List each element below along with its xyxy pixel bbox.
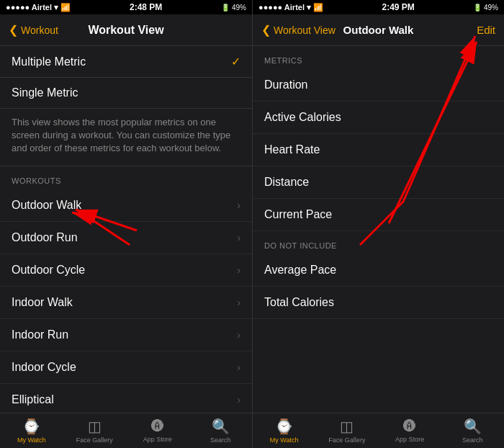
- metric-current-pace: Current Pace: [253, 199, 504, 231]
- my-watch-icon: ⌚: [22, 418, 40, 435]
- left-tab-search[interactable]: 🔍 Search: [189, 418, 253, 444]
- right-panel: ●●●●● Airtel ▾ 📶 2:49 PM 🔋 49% ❮ Workout…: [252, 0, 504, 448]
- workout-item-indoor-walk[interactable]: Indoor Walk ›: [0, 287, 252, 319]
- average-pace-label: Average Pace: [264, 264, 336, 277]
- outdoor-cycle-label: Outdoor Cycle: [12, 264, 85, 277]
- single-metric-option[interactable]: Single Metric: [0, 78, 252, 109]
- right-tab-face-gallery[interactable]: ◫ Face Gallery: [315, 418, 378, 444]
- view-description: This view shows the most popular metrics…: [0, 109, 252, 166]
- workout-item-outdoor-cycle[interactable]: Outdoor Cycle ›: [0, 254, 252, 287]
- multiple-metric-label: Multiple Metric: [12, 55, 86, 68]
- right-my-watch-tab-label: My Watch: [270, 436, 299, 444]
- left-back-label: Workout: [21, 24, 58, 36]
- face-gallery-icon: ◫: [88, 418, 102, 435]
- left-tab-my-watch[interactable]: ⌚ My Watch: [0, 418, 63, 444]
- multiple-metric-option[interactable]: Multiple Metric ✓: [0, 46, 252, 78]
- right-back-button[interactable]: ❮ Workout View: [261, 23, 336, 37]
- single-metric-label: Single Metric: [12, 86, 78, 99]
- search-tab-label: Search: [210, 436, 231, 444]
- outdoor-cycle-chevron-icon: ›: [237, 264, 240, 276]
- right-tab-app-store[interactable]: 🅐 App Store: [379, 419, 441, 443]
- indoor-run-chevron-icon: ›: [237, 329, 240, 341]
- outdoor-walk-label: Outdoor Walk: [12, 199, 81, 212]
- multiple-metric-check-icon: ✓: [231, 55, 240, 68]
- right-status-bar: ●●●●● Airtel ▾ 📶 2:49 PM 🔋 49%: [253, 0, 504, 14]
- right-time: 2:49 PM: [382, 2, 414, 12]
- left-nav-title: Workout View: [88, 24, 163, 37]
- left-carrier: ●●●●● Airtel ▾ 📶: [6, 3, 71, 12]
- right-tab-search[interactable]: 🔍 Search: [441, 418, 504, 444]
- metrics-section-label: METRICS: [253, 46, 504, 69]
- workout-item-indoor-cycle[interactable]: Indoor Cycle ›: [0, 351, 252, 384]
- indoor-walk-label: Indoor Walk: [12, 296, 73, 309]
- right-app-store-icon: 🅐: [403, 419, 416, 434]
- left-time: 2:48 PM: [130, 2, 162, 12]
- right-search-icon: 🔍: [464, 418, 482, 435]
- left-back-chevron-icon: ❮: [9, 23, 18, 37]
- workout-item-indoor-run[interactable]: Indoor Run ›: [0, 319, 252, 351]
- my-watch-tab-label: My Watch: [17, 436, 46, 444]
- left-panel: ●●●●● Airtel ▾ 📶 2:48 PM 🔋 49% ❮ Workout…: [0, 0, 252, 448]
- right-back-chevron-icon: ❮: [261, 23, 271, 37]
- indoor-run-label: Indoor Run: [12, 328, 68, 341]
- outdoor-walk-chevron-icon: ›: [237, 200, 240, 211]
- right-back-label: Workout View: [274, 24, 336, 36]
- metric-active-calories: Active Calories: [253, 102, 504, 134]
- indoor-cycle-chevron-icon: ›: [237, 362, 240, 373]
- duration-label: Duration: [264, 79, 307, 91]
- left-tab-bar: ⌚ My Watch ◫ Face Gallery 🅐 App Store 🔍 …: [0, 413, 252, 448]
- edit-button[interactable]: Edit: [477, 24, 495, 36]
- metric-average-pace: Average Pace: [253, 254, 504, 287]
- metric-distance: Distance: [253, 166, 504, 199]
- left-tab-app-store[interactable]: 🅐 App Store: [126, 419, 189, 443]
- metric-total-calories: Total Calories: [253, 287, 504, 319]
- total-calories-label: Total Calories: [264, 296, 334, 309]
- right-my-watch-icon: ⌚: [275, 418, 293, 435]
- distance-label: Distance: [264, 176, 309, 189]
- current-pace-label: Current Pace: [264, 208, 332, 221]
- right-carrier: ●●●●● Airtel ▾ 📶: [258, 3, 323, 12]
- outdoor-run-label: Outdoor Run: [12, 231, 78, 244]
- indoor-walk-chevron-icon: ›: [237, 297, 240, 308]
- right-battery: 🔋 49%: [473, 4, 498, 12]
- left-nav-bar: ❮ Workout Workout View: [0, 14, 252, 46]
- workout-item-outdoor-walk[interactable]: Outdoor Walk ›: [0, 189, 252, 222]
- metric-heart-rate: Heart Rate: [253, 134, 504, 166]
- workout-item-elliptical[interactable]: Elliptical ›: [0, 384, 252, 413]
- active-calories-label: Active Calories: [264, 111, 341, 124]
- elliptical-label: Elliptical: [12, 393, 54, 406]
- outdoor-run-chevron-icon: ›: [237, 232, 240, 243]
- workouts-section-label: WORKOUTS: [0, 166, 252, 189]
- right-content: METRICS Duration Active Calories Heart R…: [253, 46, 504, 413]
- app-store-icon: 🅐: [151, 419, 164, 434]
- right-tab-my-watch[interactable]: ⌚ My Watch: [253, 418, 315, 444]
- left-battery: 🔋 49%: [221, 4, 246, 12]
- right-nav-bar: ❮ Workout View Outdoor Walk Edit: [253, 14, 504, 46]
- right-face-gallery-tab-label: Face Gallery: [328, 436, 365, 444]
- right-tab-bar: ⌚ My Watch ◫ Face Gallery 🅐 App Store 🔍 …: [253, 413, 504, 448]
- face-gallery-tab-label: Face Gallery: [76, 436, 113, 444]
- right-nav-title: Outdoor Walk: [343, 24, 414, 36]
- left-tab-face-gallery[interactable]: ◫ Face Gallery: [63, 418, 127, 444]
- right-search-tab-label: Search: [462, 436, 483, 444]
- right-face-gallery-icon: ◫: [340, 418, 354, 435]
- heart-rate-label: Heart Rate: [264, 143, 320, 156]
- left-content: Multiple Metric ✓ Single Metric This vie…: [0, 46, 252, 413]
- search-icon: 🔍: [212, 418, 230, 435]
- indoor-cycle-label: Indoor Cycle: [12, 361, 76, 374]
- left-back-button[interactable]: ❮ Workout: [9, 23, 58, 37]
- left-status-bar: ●●●●● Airtel ▾ 📶 2:48 PM 🔋 49%: [0, 0, 252, 14]
- workout-item-outdoor-run[interactable]: Outdoor Run ›: [0, 222, 252, 254]
- app-store-tab-label: App Store: [143, 436, 172, 443]
- do-not-include-label: DO NOT INCLUDE: [253, 231, 504, 254]
- elliptical-chevron-icon: ›: [237, 394, 240, 406]
- metric-duration: Duration: [253, 69, 504, 102]
- right-app-store-tab-label: App Store: [395, 436, 424, 443]
